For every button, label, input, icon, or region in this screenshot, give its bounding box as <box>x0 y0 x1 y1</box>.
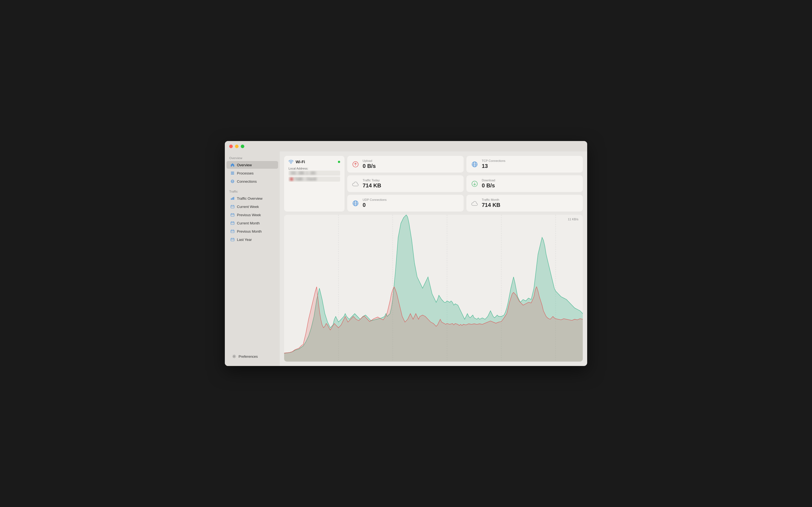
svg-rect-8 <box>233 197 234 200</box>
stat-card-tcp: TCP Connections 13 <box>466 156 583 173</box>
main-window: Overview Overview Processes <box>225 141 587 366</box>
minimize-button[interactable] <box>235 145 239 148</box>
main-content: Wi-Fi Local Address: 192.168.1.101 fe80:… <box>280 152 587 366</box>
download-value: 0 B/s <box>482 182 578 189</box>
udp-value: 0 <box>363 202 459 208</box>
sidebar-item-current-month[interactable]: Current Month <box>226 219 278 227</box>
stat-card-udp: UDP Connections 0 <box>347 195 464 212</box>
svg-rect-21 <box>231 230 234 233</box>
svg-rect-9 <box>231 206 234 208</box>
upload-label: Upload <box>363 159 459 162</box>
svg-rect-25 <box>231 238 234 241</box>
sidebar-item-preferences[interactable]: Preferences <box>228 352 276 360</box>
upload-info: Upload 0 B/s <box>363 159 459 169</box>
stat-card-download: Download 0 B/s <box>466 175 583 192</box>
traffic-today-info: Traffic Today 714 KB <box>363 179 459 189</box>
network-name: Wi-Fi <box>289 160 305 164</box>
svg-rect-17 <box>231 222 234 225</box>
house-icon <box>230 163 235 167</box>
svg-rect-7 <box>232 198 233 200</box>
preferences-label: Preferences <box>239 354 258 358</box>
calendar-pw-icon <box>230 213 235 217</box>
svg-point-29 <box>234 356 235 357</box>
wifi-icon <box>289 160 294 164</box>
local-address-value: 192.168.1.101 <box>289 171 340 176</box>
calendar-pm-icon <box>230 229 235 233</box>
sidebar-processes-label: Processes <box>237 171 254 175</box>
sidebar-item-processes[interactable]: Processes <box>226 169 278 177</box>
calendar-cm-icon <box>230 221 235 225</box>
traffic-today-value: 714 KB <box>363 182 459 189</box>
stat-card-traffic-today: Traffic Today 714 KB <box>347 175 464 192</box>
upload-icon <box>352 161 359 168</box>
close-button[interactable] <box>229 145 233 148</box>
network-card: Wi-Fi Local Address: 192.168.1.101 fe80:… <box>284 156 345 212</box>
stat-card-traffic-month: Traffic Month 714 KB <box>466 195 583 212</box>
svg-rect-6 <box>231 199 232 200</box>
download-info: Download 0 B/s <box>482 179 578 189</box>
stat-cards: Upload 0 B/s <box>347 156 583 212</box>
chart-area: 11 KB/s <box>284 215 583 361</box>
sidebar-item-previous-month[interactable]: Previous Month <box>226 227 278 235</box>
download-icon <box>471 180 478 188</box>
sidebar-traffic-overview-label: Traffic Overview <box>237 196 262 201</box>
stat-card-upload: Upload 0 B/s <box>347 156 464 173</box>
sidebar-connections-label: Connections <box>237 179 257 183</box>
list-icon <box>230 171 235 175</box>
udp-globe-icon <box>352 200 359 207</box>
overview-section-label: Overview <box>225 155 280 161</box>
traffic-section-label: Traffic <box>225 188 280 194</box>
udp-info: UDP Connections 0 <box>363 198 459 208</box>
stats-row: Wi-Fi Local Address: 192.168.1.101 fe80:… <box>284 156 583 212</box>
tcp-value: 13 <box>482 163 578 169</box>
tcp-label: TCP Connections <box>482 159 578 162</box>
cloud-month-icon <box>471 200 478 207</box>
sidebar-current-month-label: Current Month <box>237 221 260 225</box>
ipv6-address-value: fe80::1%en0 <box>289 177 340 182</box>
traffic-month-label: Traffic Month <box>482 198 578 202</box>
sidebar-previous-month-label: Previous Month <box>237 229 262 233</box>
download-label: Download <box>482 179 578 182</box>
local-address-label: Local Address: <box>289 167 340 170</box>
sidebar-current-week-label: Current Week <box>237 205 259 209</box>
title-bar <box>225 141 587 152</box>
traffic-month-value: 714 KB <box>482 202 578 208</box>
sidebar-previous-week-label: Previous Week <box>237 213 261 217</box>
fullscreen-button[interactable] <box>241 145 244 148</box>
traffic-month-info: Traffic Month 714 KB <box>482 198 578 208</box>
calendar-cw-icon <box>230 205 235 209</box>
status-dot <box>338 161 340 163</box>
chart-bar-icon <box>230 196 235 201</box>
sidebar-item-traffic-overview[interactable]: Traffic Overview <box>226 194 278 202</box>
sidebar-item-previous-week[interactable]: Previous Week <box>226 211 278 219</box>
sidebar-item-last-year[interactable]: Last Year <box>226 236 278 243</box>
calendar-ly-icon <box>230 237 235 242</box>
udp-label: UDP Connections <box>363 198 459 202</box>
sidebar-item-current-week[interactable]: Current Week <box>226 203 278 211</box>
cloud-today-icon <box>352 180 359 188</box>
tcp-info: TCP Connections 13 <box>482 159 578 169</box>
svg-rect-0 <box>231 172 234 172</box>
sidebar: Overview Overview Processes <box>225 152 280 366</box>
svg-rect-13 <box>231 214 234 217</box>
traffic-today-label: Traffic Today <box>363 179 459 182</box>
chart-scale-label: 11 KB/s <box>568 218 578 221</box>
network-card-header: Wi-Fi <box>289 160 340 164</box>
sidebar-last-year-label: Last Year <box>237 238 252 242</box>
sidebar-item-connections[interactable]: Connections <box>226 177 278 185</box>
sidebar-overview-label: Overview <box>237 163 252 167</box>
traffic-chart <box>284 215 583 361</box>
connections-globe-icon <box>230 179 235 183</box>
app-body: Overview Overview Processes <box>225 152 587 366</box>
sidebar-item-overview[interactable]: Overview <box>226 161 278 169</box>
sidebar-bottom: Preferences <box>225 350 280 363</box>
upload-value: 0 B/s <box>363 163 459 169</box>
gear-icon <box>232 354 236 358</box>
tcp-globe-icon <box>471 161 478 168</box>
svg-rect-2 <box>231 174 234 174</box>
svg-rect-1 <box>231 173 234 173</box>
